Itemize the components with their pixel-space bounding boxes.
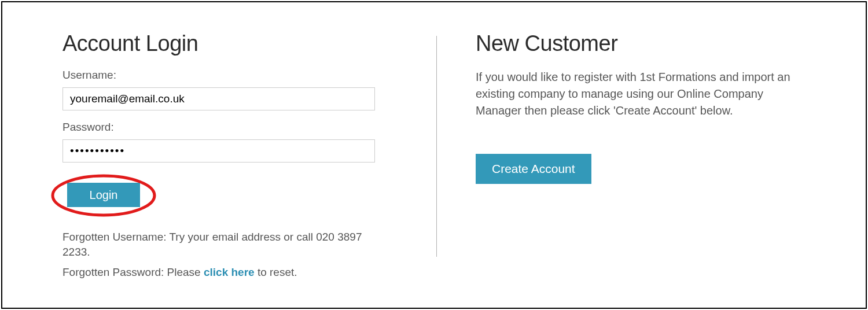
- password-input[interactable]: [62, 139, 375, 163]
- forgotten-password-suffix: to reset.: [255, 266, 297, 278]
- password-label: Password:: [62, 121, 436, 134]
- new-customer-section: New Customer If you would like to regist…: [436, 2, 841, 308]
- create-account-button[interactable]: Create Account: [476, 154, 591, 184]
- login-heading: Account Login: [62, 31, 436, 56]
- login-section: Account Login Username: Password: Login …: [2, 2, 436, 308]
- login-button[interactable]: Login: [67, 183, 140, 207]
- login-button-wrap: Login: [50, 173, 165, 219]
- new-customer-heading: New Customer: [476, 31, 841, 56]
- new-customer-description: If you would like to register with 1st F…: [476, 69, 811, 119]
- forgotten-password-prefix: Forgotten Password: Please: [62, 266, 204, 278]
- forgotten-password-link[interactable]: click here: [204, 266, 255, 278]
- username-input[interactable]: [62, 87, 375, 110]
- page-frame: Account Login Username: Password: Login …: [1, 1, 867, 309]
- username-label: Username:: [62, 69, 436, 82]
- forgotten-password-text: Forgotten Password: Please click here to…: [62, 265, 369, 280]
- forgotten-username-text: Forgotten Username: Try your email addre…: [62, 230, 369, 259]
